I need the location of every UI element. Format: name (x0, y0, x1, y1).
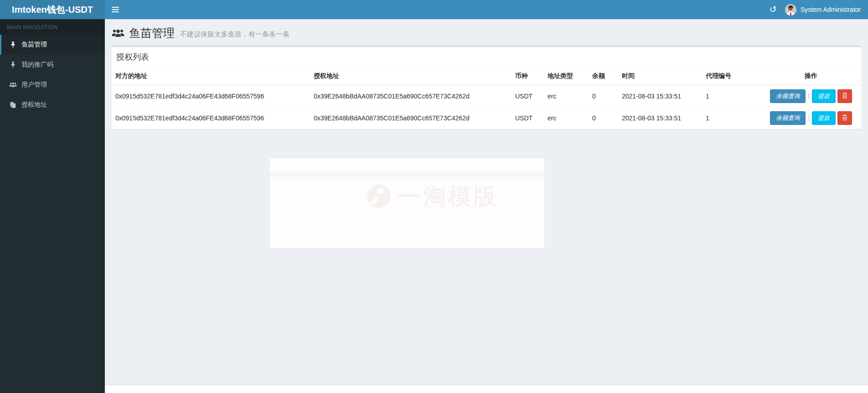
page-subtitle: 不建议保留太多鱼苗，有一条杀一条 (180, 27, 289, 39)
delete-button[interactable] (837, 111, 852, 125)
auth-list-panel: 授权列表 对方的地址 授权地址 币种 地址类型 余额 时间 代理编号 操作 (112, 46, 861, 129)
main-header: Imtoken钱包-USDT ↺ System Administrator (0, 0, 868, 19)
balance-query-button[interactable]: 余额查询 (770, 111, 806, 125)
col-address-type: 地址类型 (544, 67, 589, 85)
withdraw-button[interactable]: 提款 (812, 111, 836, 125)
cell-agent-no: 1 (702, 85, 761, 107)
cell-balance: 0 (589, 85, 618, 107)
withdraw-button[interactable]: 提款 (812, 89, 836, 103)
button-separator: | (808, 92, 810, 99)
watermark-logo-icon (366, 183, 392, 211)
col-balance: 余额 (589, 67, 618, 85)
table-row: 0x0915d532E781edf3d4c24a06FE43d68F065575… (112, 107, 861, 129)
thumbtack-icon (8, 62, 17, 68)
sidebar-item-label: 我的推广码 (21, 61, 53, 69)
delete-button[interactable] (837, 89, 852, 103)
cell-balance: 0 (589, 107, 618, 129)
sidebar-toggle-button[interactable] (105, 0, 126, 19)
trash-icon (842, 93, 847, 100)
button-separator: | (808, 114, 810, 121)
thumbtack-icon (8, 41, 17, 48)
hamburger-icon (112, 7, 119, 8)
cell-agent-no: 1 (702, 107, 761, 129)
avatar (785, 4, 796, 16)
cell-peer-address: 0x0915d532E781edf3d4c24a06FE43d68F065575… (112, 85, 310, 107)
page-title: 鱼苗管理 (129, 26, 175, 41)
history-icon[interactable]: ↺ (770, 5, 777, 14)
users-icon (112, 29, 124, 38)
col-time: 时间 (618, 67, 702, 85)
cell-auth-address: 0x39E2648bBdAA08735C01E5a690Cc657E73C426… (310, 107, 512, 129)
sidebar-item-auth-address[interactable]: 授权地址 (0, 95, 105, 115)
navbar-right: ↺ System Administrator (770, 0, 868, 19)
cell-operations: 余额查询|提款 (761, 107, 861, 129)
panel-header: 授权列表 (112, 47, 861, 67)
cell-time: 2021-08-03 15:33:51 (618, 85, 702, 107)
copy-icon (8, 102, 17, 108)
sidebar-section-label: MAIN NAVIGATION (0, 19, 105, 35)
main-footer (105, 385, 868, 393)
cell-address-type: erc (544, 85, 589, 107)
cell-coin: USDT (512, 85, 544, 107)
brand-logo[interactable]: Imtoken钱包-USDT (0, 0, 105, 19)
cell-time: 2021-08-03 15:33:51 (618, 107, 702, 129)
sidebar-item-fry-management[interactable]: 鱼苗管理 (0, 35, 105, 55)
user-name: System Administrator (801, 6, 861, 13)
content-header: 鱼苗管理 不建议保留太多鱼苗，有一条杀一条 (105, 19, 868, 46)
sidebar-item-label: 鱼苗管理 (21, 41, 47, 49)
sidebar-menu: 鱼苗管理 我的推广码 用户管理 (0, 35, 105, 115)
col-coin: 币种 (512, 67, 544, 85)
sidebar-item-label: 用户管理 (21, 81, 47, 89)
trash-icon (842, 114, 847, 122)
user-menu[interactable]: System Administrator (785, 0, 861, 19)
col-peer-address: 对方的地址 (112, 67, 310, 85)
col-operations: 操作 (761, 67, 861, 85)
cell-address-type: erc (544, 107, 589, 129)
watermark-panel: 一淘模版 (270, 158, 544, 248)
sidebar-item-user-management[interactable]: 用户管理 (0, 75, 105, 95)
cell-peer-address: 0x0915d532E781edf3d4c24a06FE43d68F065575… (112, 107, 310, 129)
panel-title: 授权列表 (116, 52, 857, 62)
sidebar-item-my-promo-code[interactable]: 我的推广码 (0, 55, 105, 75)
balance-query-button[interactable]: 余额查询 (770, 89, 806, 103)
auth-table: 对方的地址 授权地址 币种 地址类型 余额 时间 代理编号 操作 0x0915d… (112, 67, 861, 129)
sidebar: MAIN NAVIGATION 鱼苗管理 我的推广码 (0, 19, 105, 393)
watermark-text: 一淘模版 (398, 181, 498, 212)
content-area: 鱼苗管理 不建议保留太多鱼苗，有一条杀一条 授权列表 对方的地址 授权地址 币种… (105, 19, 868, 385)
table-row: 0x0915d532E781edf3d4c24a06FE43d68F065575… (112, 85, 861, 107)
cell-coin: USDT (512, 107, 544, 129)
sidebar-item-label: 授权地址 (21, 101, 47, 109)
top-navbar: ↺ System Administrator (105, 0, 868, 19)
col-auth-address: 授权地址 (310, 67, 512, 85)
users-icon (8, 82, 17, 88)
col-agent-no: 代理编号 (702, 67, 761, 85)
cell-auth-address: 0x39E2648bBdAA08735C01E5a690Cc657E73C426… (310, 85, 512, 107)
cell-operations: 余额查询|提款 (761, 85, 861, 107)
table-header-row: 对方的地址 授权地址 币种 地址类型 余额 时间 代理编号 操作 (112, 67, 861, 85)
